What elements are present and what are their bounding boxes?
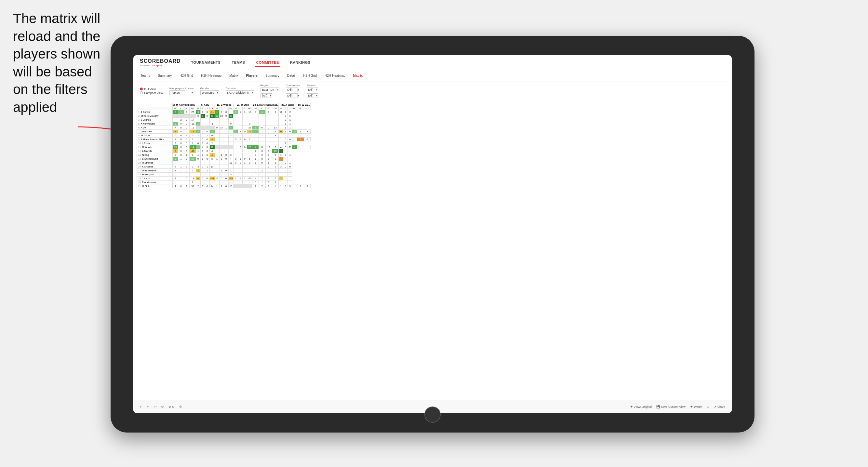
sh-t-5: T [266, 107, 272, 110]
sh-w-3: W [215, 107, 219, 110]
cell: 0 [234, 161, 238, 165]
player-name: 8. M Torres [137, 134, 173, 137]
cell [279, 169, 283, 173]
cell: 19 [190, 177, 196, 181]
subnav-h2h-grid-1[interactable]: H2H Grid [179, 72, 194, 80]
cell: 0 [252, 130, 259, 134]
cell: 3 [196, 165, 200, 169]
compact-view-option[interactable]: Compact View [140, 91, 163, 95]
refresh-button[interactable]: ⟳ [161, 405, 164, 408]
cell: 0 [252, 110, 259, 114]
watch-icon: 👁 [690, 405, 693, 408]
conference-select-1[interactable]: (All) [286, 88, 298, 92]
cell [178, 181, 184, 184]
cell [247, 149, 252, 153]
division-select-wrapper[interactable]: NCAA Division II [226, 90, 254, 95]
zoom-button[interactable]: ⊕ ⊖ [168, 405, 175, 408]
cell: 27 [190, 110, 196, 114]
full-view-option[interactable]: Full View [140, 88, 163, 91]
share-icon: ↗ [714, 405, 716, 408]
cell [238, 122, 243, 126]
subnav-summary-1[interactable]: Summary [157, 72, 173, 80]
cell: 0 [234, 157, 238, 161]
cell [279, 114, 283, 118]
share-button[interactable]: ↗ Share [714, 405, 725, 408]
cell [297, 145, 304, 149]
nav-committee[interactable]: COMMITTEE [255, 59, 280, 67]
division-filter: Division NCAA Division II [226, 87, 254, 95]
table-row: 13. N Klug 0010 110-2 103 0210 1 01 [137, 153, 311, 157]
subnav-h2h-grid-2[interactable]: H2H Grid [303, 72, 318, 80]
nav-tournaments[interactable]: TOURNAMENTS [191, 59, 221, 67]
cell: 10 [219, 114, 224, 118]
cell: 1 [190, 142, 196, 145]
cell [184, 161, 189, 165]
cell: -10 [247, 177, 252, 181]
cell [173, 118, 178, 122]
nav-rankings[interactable]: RANKINGS [289, 59, 311, 67]
cell [252, 173, 259, 177]
subnav-players[interactable]: Players [246, 72, 258, 80]
players-select-wrapper-2[interactable]: (All) [307, 93, 318, 98]
max-players-select-wrapper[interactable]: Top 25 [169, 90, 194, 95]
region-select-wrapper[interactable]: East - DII [260, 88, 279, 92]
cell: 11 [228, 161, 234, 165]
redo-button-1[interactable]: ↪ [147, 405, 150, 408]
subnav-detail[interactable]: Detail [286, 72, 296, 80]
cell: 10 [228, 184, 234, 188]
cell: 0 [283, 165, 288, 169]
conference-select-wrapper-1[interactable]: (All) [286, 88, 300, 92]
full-view-radio[interactable] [140, 88, 143, 90]
watch-button[interactable]: 👁 Watch [690, 405, 702, 408]
cell: 0 [224, 177, 228, 181]
subnav-h2h-heatmap-2[interactable]: H2H Heatmap [324, 72, 346, 80]
cell: 0 [184, 126, 189, 130]
cell [234, 181, 238, 184]
cell: 0 [178, 126, 184, 130]
sh-d-4: Dif [247, 107, 252, 110]
tablet-home-button[interactable] [425, 406, 441, 423]
subnav-matrix-1[interactable]: Matrix [229, 72, 239, 80]
cell [190, 161, 196, 165]
max-players-select[interactable]: Top 25 [169, 90, 185, 95]
undo-button[interactable]: ↩ [140, 405, 143, 408]
cell [259, 142, 266, 145]
subnav-summary-2[interactable]: Summary [265, 72, 280, 80]
conference-select-2[interactable]: (All) [286, 93, 298, 98]
cell [228, 118, 234, 122]
players-select-2[interactable]: (All) [307, 93, 318, 98]
division-select[interactable]: NCAA Division II [226, 90, 254, 95]
cell: 20 [288, 145, 292, 149]
subnav-teams[interactable]: Teams [140, 72, 151, 80]
cell: 4 [272, 130, 279, 134]
cell [279, 118, 283, 122]
gender-select-wrapper[interactable]: Women's [200, 90, 219, 95]
subnav-h2h-heatmap-1[interactable]: H2H Heatmap [200, 72, 222, 80]
view-original-button[interactable]: 👁 View: Original [630, 405, 652, 408]
save-custom-button[interactable]: 💾 Save Custom View [656, 405, 686, 408]
subnav-matrix-2[interactable]: Matrix [352, 72, 363, 80]
cell: 1 [196, 149, 200, 153]
region-all-select[interactable]: (All) [260, 93, 272, 98]
cell [266, 114, 272, 118]
cell: 1 [288, 173, 292, 177]
layout-button[interactable]: ⊞ [707, 405, 709, 408]
region-all-select-wrapper[interactable]: (All) [260, 93, 272, 98]
players-select-1[interactable]: (All) [307, 88, 318, 92]
clock-button[interactable]: ⏱ [179, 405, 182, 408]
cell: 1 [288, 169, 292, 173]
nav-teams[interactable]: TEAMS [231, 59, 246, 67]
cell: 2 [173, 165, 178, 169]
cell: 0 [200, 110, 205, 114]
cell: 2 [190, 181, 196, 184]
gender-select[interactable]: Women's [200, 90, 219, 95]
cell: 0 [283, 145, 288, 149]
cell [288, 157, 292, 161]
redo-button-2[interactable]: ↩ [154, 405, 157, 408]
players-select-wrapper-1[interactable]: (All) [307, 88, 318, 92]
region-select[interactable]: East - DII [260, 88, 279, 92]
compact-view-radio[interactable] [140, 91, 143, 94]
save-icon: 💾 [656, 405, 660, 408]
cell: 1 [252, 157, 259, 161]
conference-select-wrapper-2[interactable]: (All) [286, 93, 300, 98]
